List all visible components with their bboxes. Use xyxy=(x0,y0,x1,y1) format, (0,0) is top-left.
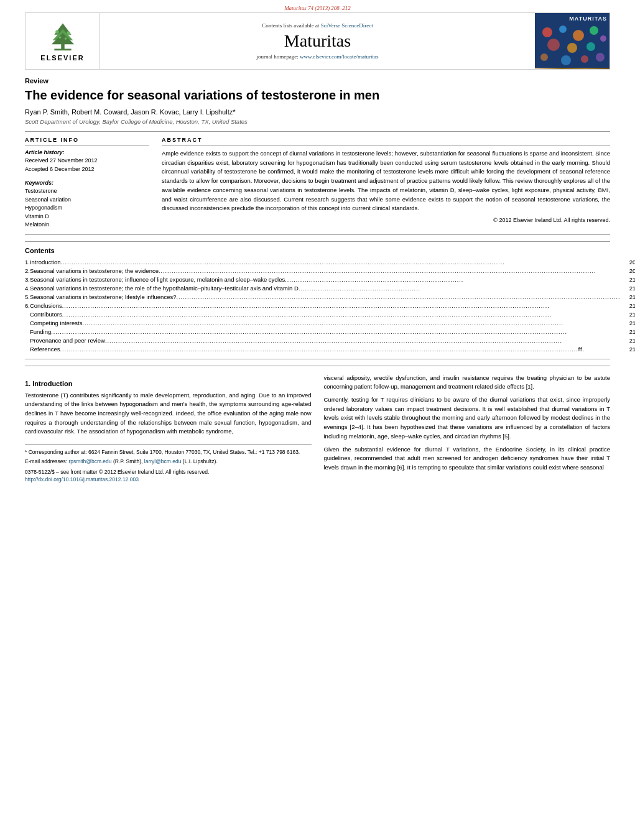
paper-title: The evidence for seasonal variations of … xyxy=(25,87,610,103)
accepted-date: Accepted 6 December 2012 xyxy=(25,165,149,174)
body-col-right-text: visceral adiposity, erectile dysfunction… xyxy=(324,374,611,473)
contents-section: Contents 1. Introduction ...............… xyxy=(25,241,610,359)
email-link-2[interactable]: larryl@bcm.edu xyxy=(144,458,182,464)
journal-reference: Maturitas 74 (2013) 208–212 xyxy=(25,0,610,12)
contents-item-6: 6. Conclusions .........................… xyxy=(25,302,635,310)
email-link-1[interactable]: rpsmith@bcm.edu xyxy=(68,458,111,464)
body-col-left: 1. Introduction Testosterone (T) contrib… xyxy=(25,374,312,484)
contents-num-1: 1. xyxy=(25,258,30,267)
email-line: E-mail addresses: rpsmith@bcm.edu (R.P. … xyxy=(25,458,312,466)
section-1-heading: 1. Introduction xyxy=(25,380,312,387)
svg-point-11 xyxy=(559,25,567,33)
received-date: Received 27 November 2012 xyxy=(25,157,149,165)
svg-point-8 xyxy=(64,37,67,40)
abstract-text: Ample evidence exists to support the con… xyxy=(162,149,610,213)
svg-point-7 xyxy=(58,36,61,39)
divider-2 xyxy=(25,234,610,235)
svg-point-5 xyxy=(55,30,58,33)
maturitas-logo-image xyxy=(535,23,610,69)
journal-header: ELSEVIER Contents lists available at Sci… xyxy=(25,12,610,70)
svg-point-13 xyxy=(590,26,598,35)
contents-item-funding: Funding ................................… xyxy=(25,328,635,336)
contents-item-provenance: Provenance and peer review .............… xyxy=(25,336,635,345)
svg-point-15 xyxy=(547,39,560,51)
article-info-abstract: ARTICLE INFO Article history: Received 2… xyxy=(25,137,610,229)
journal-homepage: journal homepage: www.elsevier.com/locat… xyxy=(257,53,379,60)
keyword-4: Vitamin D xyxy=(25,213,149,221)
journal-center: Contents lists available at SciVerse Sci… xyxy=(100,13,535,69)
keyword-5: Melatonin xyxy=(25,221,149,229)
sciverse-link: Contents lists available at SciVerse Sci… xyxy=(262,22,373,29)
history-label: Article history: xyxy=(25,149,149,155)
doi-link[interactable]: http://dx.doi.org/10.1016/j.maturitas.20… xyxy=(25,476,139,482)
maturitas-logo-graphic xyxy=(535,23,610,68)
article-type: Review xyxy=(25,77,610,85)
contents-item-3: 3. Seasonal variations in testosterone; … xyxy=(25,275,635,284)
contents-table: 1. Introduction ........................… xyxy=(25,258,635,354)
abstract-heading: ABSTRACT xyxy=(162,137,610,145)
body-col-left-text: Testosterone (T) contributes significant… xyxy=(25,391,312,437)
authors: Ryan P. Smith, Robert M. Coward, Jason R… xyxy=(25,108,610,116)
keyword-3: Hypogonadism xyxy=(25,204,149,213)
contents-item-contributors: Contributors ...........................… xyxy=(25,310,635,319)
article-info-heading: ARTICLE INFO xyxy=(25,137,149,145)
svg-point-17 xyxy=(586,42,595,51)
keyword-2: Seasonal variation xyxy=(25,196,149,205)
keywords-label: Keywords: xyxy=(25,180,149,186)
svg-point-6 xyxy=(67,31,70,34)
affiliation: Scott Department of Urology, Baylor Coll… xyxy=(25,118,610,125)
contents-item-competing: Competing interests ....................… xyxy=(25,319,635,328)
divider-1 xyxy=(25,131,610,132)
svg-rect-1 xyxy=(54,48,71,50)
svg-point-10 xyxy=(542,27,552,37)
svg-point-12 xyxy=(573,30,584,41)
svg-point-14 xyxy=(600,35,606,42)
contents-item-2: 2. Seasonal variations in testosterone; … xyxy=(25,267,635,275)
copyright: © 2012 Elsevier Ireland Ltd. All rights … xyxy=(162,217,610,223)
article-info: ARTICLE INFO Article history: Received 2… xyxy=(25,137,149,229)
maturitas-logo-box: MATURITAS xyxy=(535,13,610,69)
body-section: 1. Introduction Testosterone (T) contrib… xyxy=(25,374,610,484)
divider-3 xyxy=(25,366,610,366)
svg-point-18 xyxy=(540,53,548,61)
contents-item-references: References .............................… xyxy=(25,345,635,354)
contents-item-5: 5. Seasonal variations in testosterone; … xyxy=(25,293,635,302)
elsevier-tree-icon xyxy=(44,21,81,52)
keyword-1: Testosterone xyxy=(25,187,149,196)
maturitas-logo-text: MATURITAS xyxy=(535,13,610,23)
elsevier-label: ELSEVIER xyxy=(40,54,84,62)
contents-label-1: Introduction ...........................… xyxy=(30,258,635,267)
svg-point-19 xyxy=(561,55,571,65)
body-col-right: visceral adiposity, erectile dysfunction… xyxy=(324,374,611,484)
footnotes: * Corresponding author at: 6624 Fannin S… xyxy=(25,444,312,484)
abstract-section: ABSTRACT Ample evidence exists to suppor… xyxy=(162,137,610,229)
issn-line: 0378-5122/$ – see front matter © 2012 El… xyxy=(25,468,312,476)
svg-point-21 xyxy=(596,53,605,62)
svg-point-20 xyxy=(581,55,588,63)
contents-item-4: 4. Seasonal variations in testosterone; … xyxy=(25,284,635,293)
svg-point-16 xyxy=(567,43,577,53)
corresponding-author: * Corresponding author at: 6624 Fannin S… xyxy=(25,448,312,456)
contents-title: Contents xyxy=(25,247,610,254)
elsevier-logo: ELSEVIER xyxy=(25,13,100,69)
contents-item-1: 1. Introduction ........................… xyxy=(25,258,635,267)
homepage-link[interactable]: www.elsevier.com/locate/maturitas xyxy=(300,53,378,60)
sciverse-link-anchor[interactable]: SciVerse ScienceDirect xyxy=(321,22,373,29)
doi-line: http://dx.doi.org/10.1016/j.maturitas.20… xyxy=(25,476,312,484)
journal-title: Maturitas xyxy=(284,31,351,51)
